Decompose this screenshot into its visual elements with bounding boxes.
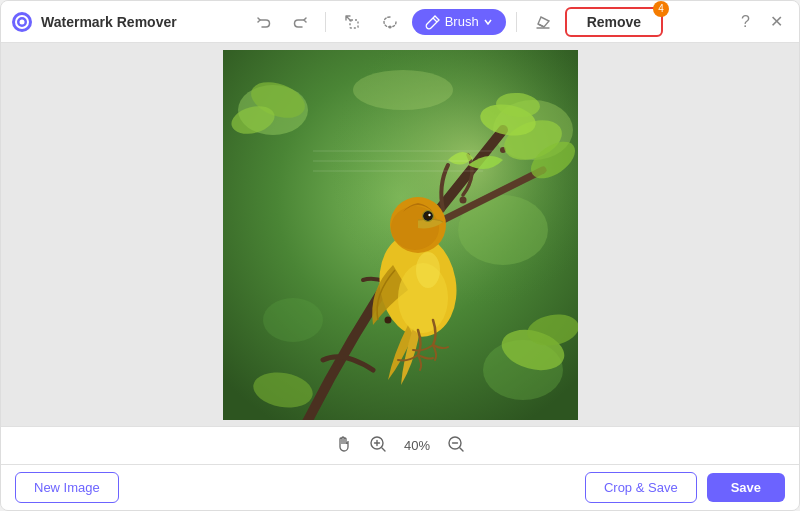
svg-point-13 (353, 70, 453, 110)
lasso-icon (381, 13, 399, 31)
close-button[interactable]: ✕ (764, 10, 789, 33)
svg-line-46 (460, 448, 463, 451)
bottom-right-actions: Crop & Save Save (585, 472, 785, 503)
selection-icon (343, 13, 361, 31)
eraser-tool-button[interactable] (527, 8, 559, 36)
help-button[interactable]: ? (735, 11, 756, 33)
image-container (223, 50, 578, 420)
zoom-level: 40% (399, 438, 435, 453)
svg-point-18 (384, 316, 391, 323)
remove-button[interactable]: Remove (565, 7, 663, 37)
svg-rect-28 (313, 150, 493, 152)
main-content (1, 43, 799, 426)
pan-button[interactable] (331, 433, 357, 459)
brush-tool-button[interactable]: Brush (412, 9, 506, 35)
svg-point-39 (416, 252, 440, 288)
zoom-in-icon (369, 435, 387, 453)
zoom-bar: 40% (1, 426, 799, 464)
main-image[interactable] (223, 50, 578, 420)
brush-label: Brush (445, 14, 479, 29)
svg-point-4 (388, 25, 391, 28)
window-controls: ? ✕ (735, 10, 789, 33)
toolbar: Brush Remove 4 (249, 7, 663, 37)
brush-icon (425, 14, 441, 30)
title-bar: Watermark Remover (1, 1, 799, 43)
bottom-bar: New Image Crop & Save Save (1, 464, 799, 510)
crop-save-button[interactable]: Crop & Save (585, 472, 697, 503)
title-left: Watermark Remover (11, 11, 177, 33)
zoom-out-button[interactable] (443, 433, 469, 459)
svg-line-5 (433, 18, 437, 22)
new-image-button[interactable]: New Image (15, 472, 119, 503)
app-logo-icon (11, 11, 33, 33)
separator-2 (516, 12, 517, 32)
chevron-down-icon (483, 17, 493, 27)
star-tool-button[interactable] (336, 8, 368, 36)
svg-line-6 (538, 24, 544, 27)
separator-1 (325, 12, 326, 32)
svg-rect-30 (313, 170, 483, 172)
remove-btn-wrap: Remove 4 (565, 7, 663, 37)
redo-button[interactable] (285, 9, 315, 35)
redo-icon (292, 14, 308, 30)
svg-point-2 (20, 19, 25, 24)
lasso-tool-button[interactable] (374, 8, 406, 36)
eraser-icon (534, 13, 552, 31)
svg-point-12 (263, 298, 323, 342)
svg-point-16 (459, 196, 466, 203)
zoom-out-icon (447, 435, 465, 453)
svg-line-43 (382, 448, 385, 451)
undo-button[interactable] (249, 9, 279, 35)
svg-rect-29 (313, 160, 473, 162)
save-button[interactable]: Save (707, 473, 785, 502)
undo-icon (256, 14, 272, 30)
app-title: Watermark Remover (41, 14, 177, 30)
remove-badge: 4 (653, 1, 669, 17)
hand-icon (335, 435, 353, 453)
zoom-in-button[interactable] (365, 433, 391, 459)
svg-point-37 (428, 213, 430, 215)
